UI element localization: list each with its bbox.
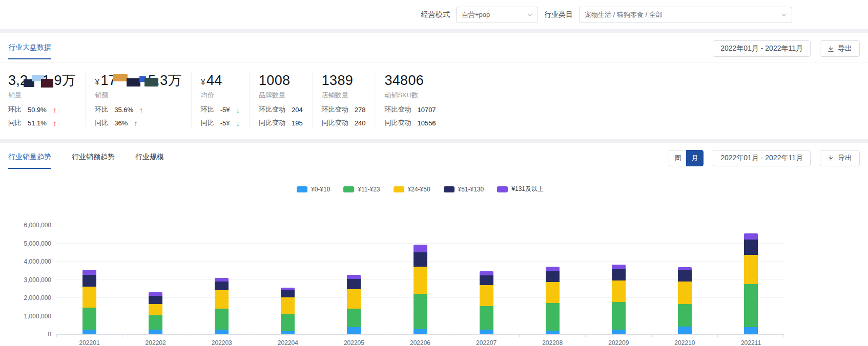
x-axis-label: 202202 [122,339,189,346]
bar-segment [414,294,427,329]
bar-segment [744,233,758,240]
trend-tab-2[interactable]: 行业销额趋势 [72,153,115,169]
category-select[interactable]: 宠物生活 / 猫狗零食 / 全部 [579,7,792,23]
period-month-button[interactable]: 月 [686,150,704,166]
category-label: 行业类目 [544,10,573,19]
stacked-bar [612,265,626,334]
axis-tick [57,335,123,337]
kpi-comparison-row: 同比51.1%↑ [8,118,76,127]
kpi-value: 1008 [259,72,303,89]
bar-segment [546,331,560,334]
download-icon [828,46,834,52]
bar-segment [281,297,295,314]
trend-date-range-picker[interactable]: 2022年01月 - 2022年11月 [713,150,811,166]
kpi-value: 34806 [384,72,436,89]
chevron-down-icon [781,12,787,17]
industry-trend-panel: 行业销量趋势行业销额趋势行业规模 周 月 2022年01月 - 2022年11月… [0,143,868,346]
bar-segment [414,329,427,334]
y-axis-label: 4,000,000 [24,258,51,265]
legend-item[interactable]: ¥131及以上 [497,185,544,193]
bar-column-202202[interactable] [122,226,189,334]
bar-segment [612,280,626,302]
x-axis-ticks [56,335,784,337]
bar-column-202207[interactable] [453,226,520,334]
stacked-bar [414,245,427,334]
kpi-comparison-row: 同比变动240 [322,118,366,127]
bar-segment [678,270,692,282]
legend-item[interactable]: ¥11-¥23 [343,185,380,193]
bar-segment [744,240,758,255]
kpi-label: 均价 [201,91,240,100]
overview-export-button[interactable]: 导出 [820,40,860,57]
bar-column-202205[interactable] [321,226,387,334]
x-axis-label: 202201 [56,339,122,346]
overview-export-label: 导出 [838,44,852,53]
legend-item[interactable]: ¥51-¥130 [444,185,484,193]
bar-column-202201[interactable] [56,226,122,334]
bar-column-202208[interactable] [520,226,586,334]
axis-tick [718,335,784,337]
kpi-value: 1389 [322,72,366,89]
overview-date-range-picker[interactable]: 2022年01月 - 2022年11月 [713,40,811,57]
legend-item[interactable]: ¥0-¥10 [297,185,330,193]
period-week-button[interactable]: 周 [669,150,686,166]
stacked-bar [744,233,758,334]
kpi-card-3: ¥44均价环比-5¥↓同比-5¥↓ [192,72,250,127]
bar-segment [546,282,560,302]
trend-tab-1[interactable]: 行业销量趋势 [8,153,51,169]
legend-swatch [297,186,307,192]
kpi-value: ¥175.3万 [95,72,182,89]
kpi-label: 销量 [8,91,76,100]
kpi-card-4: 1008品牌数量环比变动204同比变动195 [250,72,313,127]
bar-segment [612,265,626,269]
bar-segment [281,290,295,298]
bar-segment [744,327,758,334]
bar-segment [281,314,295,331]
stacked-bar [215,278,229,334]
trend-tab-3[interactable]: 行业规模 [135,153,164,169]
kpi-label: 店铺数量 [322,91,366,100]
mode-select-value: 自营+pop [462,10,490,19]
x-axis-labels: 2022012022022022032022042022052022062022… [56,339,784,346]
bar-column-202211[interactable] [718,226,784,334]
bar-column-202204[interactable] [255,226,321,334]
bar-column-202206[interactable] [387,226,453,334]
trend-export-button[interactable]: 导出 [820,150,860,166]
kpi-value: ¥44 [201,72,240,89]
trend-tabs: 行业销量趋势行业销额趋势行业规模 [8,153,164,169]
bar-column-202209[interactable] [586,226,652,334]
bar-column-202210[interactable] [652,226,718,334]
axis-tick [321,335,387,337]
axis-tick [189,335,255,337]
bar-segment [149,296,162,304]
kpi-card-2: ¥175.3万销额环比35.6%↑同比36%↑ [86,72,192,127]
bar-segment [744,284,758,327]
bar-segment [480,306,493,330]
tab-industry-overview[interactable]: 行业大盘数据 [8,43,51,59]
bar-segment [480,271,493,275]
bar-segment [678,267,692,271]
kpi-comparison-row: 环比35.6%↑ [95,105,182,114]
redaction-block [41,79,53,88]
y-axis-label: 0 [48,331,51,338]
x-axis-label: 202208 [520,339,586,346]
bar-segment [82,287,96,308]
stacked-bar [546,267,560,334]
stacked-bar [281,288,295,334]
redaction-block [127,78,140,86]
legend-item[interactable]: ¥24-¥50 [394,185,430,193]
kpi-comparison-row: 同比变动10556 [384,118,436,127]
redaction-block [144,78,158,86]
arrow-up-icon: ↑ [53,119,57,127]
bar-segment [281,331,295,334]
legend-swatch [497,186,508,192]
bar-column-202203[interactable] [189,226,255,334]
bar-segment [82,308,96,330]
bar-segment [149,304,162,315]
kpi-comparison-row: 环比50.9%↑ [8,105,76,114]
x-axis-label: 202203 [189,339,255,346]
mode-select[interactable]: 自营+pop [456,7,538,23]
bar-segment [215,330,229,334]
x-axis-label: 202206 [387,339,453,346]
bar-segment [414,267,427,294]
